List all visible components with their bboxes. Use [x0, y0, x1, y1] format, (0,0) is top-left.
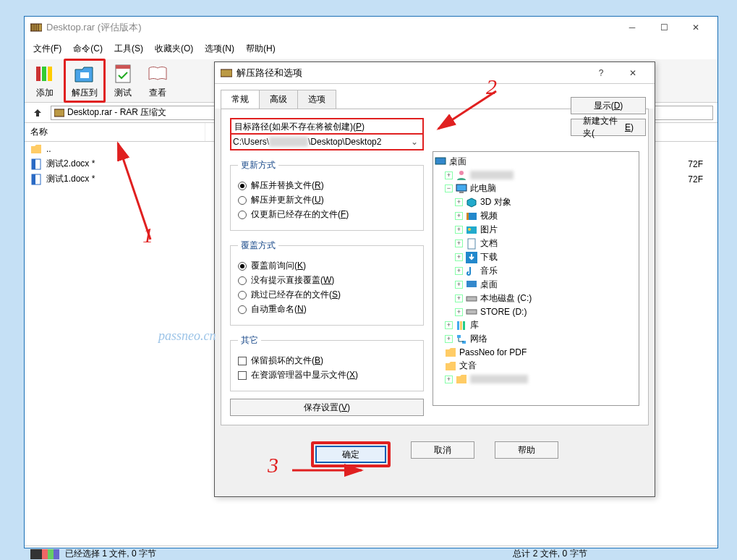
- tab-options[interactable]: 选项: [297, 90, 336, 109]
- svg-rect-24: [467, 297, 477, 301]
- btn-help[interactable]: 帮助: [495, 441, 558, 459]
- btn-test[interactable]: 测试: [106, 61, 140, 101]
- path-blur: [269, 137, 308, 147]
- disk-icon: [466, 306, 477, 318]
- svg-rect-27: [460, 321, 462, 330]
- maximize-button[interactable]: ☐: [648, 17, 680, 38]
- dialog-buttons: 确定 取消 帮助: [215, 431, 655, 480]
- btn-extract-to[interactable]: 解压到: [64, 59, 106, 103]
- library-icon: [456, 320, 467, 331]
- window-title: Desktop.rar (评估版本): [46, 21, 616, 34]
- check-show-explorer[interactable]: 在资源管理器中显示文件(X): [238, 369, 416, 381]
- music-icon: [466, 266, 477, 277]
- svg-rect-13: [435, 158, 446, 164]
- up-dir-button[interactable]: [29, 106, 46, 120]
- archive-icon: [54, 108, 64, 118]
- annotation-2: 2: [486, 75, 497, 99]
- path-input-seg1: C:\Users\: [233, 137, 269, 147]
- btn-cancel[interactable]: 取消: [411, 441, 474, 459]
- path-label: 目标路径(如果不存在将被创建)(P): [230, 118, 424, 135]
- statusbar: 已经选择 1 文件, 0 字节 总计 2 文件, 0 字节: [25, 546, 717, 560]
- folder-open-icon: [73, 62, 96, 85]
- dialog-close-button[interactable]: ✕: [617, 62, 649, 84]
- annotation-1: 1: [142, 223, 153, 247]
- network-icon: [456, 334, 467, 345]
- menu-help[interactable]: 帮助(H): [240, 40, 281, 58]
- svg-rect-7: [54, 109, 64, 116]
- arrow-annotation: [107, 135, 172, 243]
- svg-rect-23: [467, 281, 477, 287]
- dialog-title: 解压路径和选项: [237, 67, 585, 80]
- pc-icon: [456, 183, 467, 195]
- menu-options[interactable]: 选项(N): [199, 40, 240, 58]
- menu-command[interactable]: 命令(C): [67, 40, 108, 58]
- radio-extract-replace[interactable]: 解压并替换文件(R): [238, 179, 416, 192]
- video-icon: [466, 211, 477, 222]
- tree-node-desktop: 桌面: [435, 155, 637, 169]
- tab-general[interactable]: 常规: [221, 90, 260, 109]
- svg-rect-4: [80, 72, 89, 78]
- svg-rect-11: [32, 174, 35, 184]
- btn-display[interactable]: 显示(D): [571, 97, 646, 114]
- path-combo[interactable]: C:\Users\ \Desktop\Desktop2 ⌄: [230, 133, 424, 150]
- minimize-button[interactable]: ─: [616, 17, 648, 38]
- radio-ask[interactable]: 覆盖前询问(K): [238, 260, 416, 272]
- menu-file[interactable]: 文件(F): [27, 40, 67, 58]
- docx-icon: [30, 174, 42, 185]
- collapse-icon[interactable]: −: [445, 184, 453, 192]
- svg-rect-21: [468, 239, 475, 249]
- btn-new-folder[interactable]: 新建文件夹(E): [571, 119, 646, 136]
- book-open-icon: [146, 62, 169, 85]
- svg-rect-12: [221, 69, 232, 77]
- check-keep-broken[interactable]: 保留损坏的文件(B): [238, 355, 416, 367]
- btn-save-settings[interactable]: 保存设置(V): [230, 399, 424, 416]
- svg-rect-19: [467, 226, 477, 234]
- folder-tree[interactable]: 桌面 + −此电脑 +3D 对象 +视频 +图片 +文档 +下载 +音乐 +桌面…: [433, 151, 639, 406]
- svg-rect-9: [32, 159, 35, 169]
- svg-rect-15: [456, 184, 467, 191]
- radio-freshen[interactable]: 仅更新已经存在的文件(F): [238, 208, 416, 221]
- menu-tools[interactable]: 工具(S): [108, 40, 149, 58]
- group-update: 更新方式 解压并替换文件(R) 解压并更新文件(U) 仅更新已经存在的文件(F): [230, 159, 424, 231]
- watermark: passneo.cn: [158, 328, 216, 344]
- downloads-icon: [466, 252, 477, 263]
- dialog-titlebar: 解压路径和选项 ? ✕: [215, 62, 655, 84]
- path-text: Desktop.rar - RAR 压缩文: [67, 106, 166, 119]
- svg-rect-2: [42, 67, 46, 81]
- documents-icon: [466, 238, 477, 250]
- menubar: 文件(F) 命令(C) 工具(S) 收藏夹(O) 选项(N) 帮助(H): [25, 38, 717, 59]
- svg-rect-6: [116, 65, 130, 69]
- path-input-seg2: \Desktop\Desktop2: [308, 137, 408, 147]
- desktop-icon: [435, 156, 446, 168]
- dialog-help-button[interactable]: ?: [585, 62, 617, 84]
- main-titlebar: Desktop.rar (评估版本) ─ ☐ ✕: [25, 17, 717, 38]
- svg-rect-26: [457, 321, 459, 330]
- arrow-up-icon: [33, 108, 43, 118]
- menu-fav[interactable]: 收藏夹(O): [149, 40, 199, 58]
- docx-icon: [30, 158, 42, 170]
- svg-rect-16: [459, 192, 464, 193]
- radio-extract-update[interactable]: 解压并更新文件(U): [238, 194, 416, 206]
- btn-view[interactable]: 查看: [140, 61, 175, 101]
- group-overwrite: 覆盖方式 覆盖前询问(K) 没有提示直接覆盖(W) 跳过已经存在的文件(S) 自…: [230, 239, 424, 326]
- folder-icon: [456, 373, 467, 385]
- winrar-icon: [30, 22, 42, 33]
- svg-rect-25: [467, 310, 477, 314]
- radio-overwrite[interactable]: 没有提示直接覆盖(W): [238, 274, 416, 287]
- clipboard-check-icon: [111, 62, 135, 85]
- radio-autorename[interactable]: 自动重命名(N): [238, 303, 416, 315]
- svg-point-14: [459, 171, 464, 175]
- winrar-icon: [221, 67, 232, 79]
- disk-icon: [466, 293, 477, 305]
- svg-rect-3: [48, 67, 52, 81]
- chevron-down-icon[interactable]: ⌄: [408, 137, 421, 147]
- expand-icon[interactable]: +: [445, 171, 453, 179]
- radio-skip[interactable]: 跳过已经存在的文件(S): [238, 289, 416, 301]
- tab-advanced[interactable]: 高级: [259, 90, 298, 109]
- group-misc: 其它 保留损坏的文件(B) 在资源管理器中显示文件(X): [230, 334, 424, 391]
- status-left: 已经选择 1 文件, 0 字节: [65, 548, 388, 560]
- btn-add[interactable]: 添加: [27, 61, 62, 101]
- svg-rect-29: [457, 335, 461, 338]
- close-button[interactable]: ✕: [680, 17, 712, 38]
- desktop-icon: [466, 279, 477, 291]
